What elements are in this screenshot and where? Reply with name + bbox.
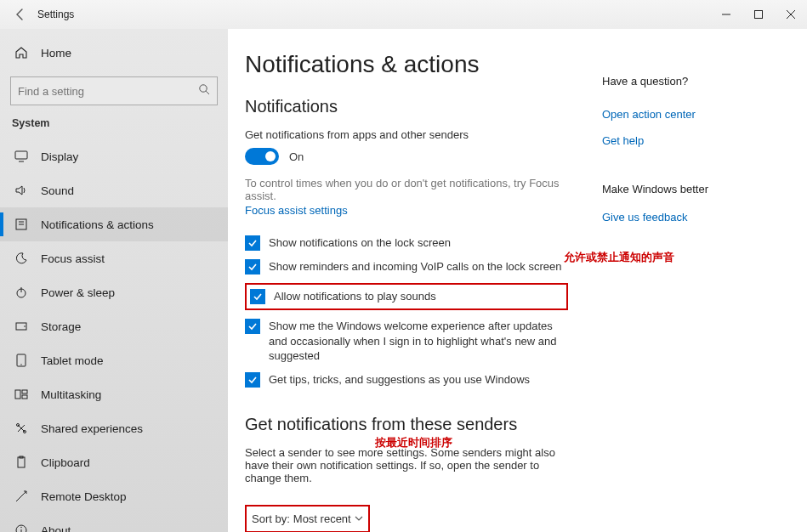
search-icon (198, 83, 210, 99)
sidebar-item-label: Remote Desktop (41, 490, 127, 503)
side-better-heading: Make Windows better (602, 183, 789, 195)
sidebar-item-sound[interactable]: Sound (0, 173, 228, 207)
svg-point-16 (20, 364, 21, 365)
focus-assist-link[interactable]: Focus assist settings (245, 204, 348, 217)
sidebar-item-label: Tablet mode (41, 354, 104, 367)
search-input[interactable] (18, 85, 198, 98)
sidebar-item-label: Display (41, 150, 78, 163)
maximize-icon (754, 10, 763, 19)
checkbox-icon (245, 235, 260, 251)
senders-hint: Select a sender to see more settings. So… (245, 446, 568, 484)
sidebar-item-remote[interactable]: Remote Desktop (0, 479, 228, 513)
sidebar-item-label: Multitasking (41, 388, 101, 401)
back-button[interactable] (9, 3, 32, 26)
home-icon (14, 45, 29, 60)
feedback-link[interactable]: Give us feedback (602, 211, 789, 224)
svg-rect-17 (15, 390, 20, 399)
svg-point-4 (200, 85, 207, 92)
minimize-icon (722, 10, 730, 19)
moon-icon (14, 251, 29, 266)
notifications-icon (14, 217, 29, 232)
sidebar-item-label: Focus assist (41, 252, 105, 265)
maximize-button[interactable] (742, 3, 775, 26)
get-help-link[interactable]: Get help (602, 134, 789, 147)
focus-hint: To control times when you do or don't ge… (245, 177, 568, 202)
close-button[interactable] (775, 3, 807, 26)
sidebar-item-moon[interactable]: Focus assist (0, 241, 228, 275)
window-title: Settings (37, 8, 74, 20)
storage-icon (14, 319, 29, 334)
check-welcome[interactable]: Show me the Windows welcome experience a… (245, 319, 568, 364)
annotation-highlight-sort: Sort by: Most recent (245, 505, 370, 532)
power-icon (14, 285, 29, 300)
sidebar-item-label: Clipboard (41, 456, 90, 469)
display-icon (14, 149, 29, 164)
checkbox-icon (245, 319, 260, 334)
minimize-button[interactable] (710, 3, 742, 26)
sort-value: Most recent (293, 512, 351, 525)
nav-home-label: Home (41, 47, 71, 59)
svg-rect-6 (15, 151, 27, 159)
sidebar-item-shared[interactable]: Shared experiences (0, 411, 228, 445)
check-tips[interactable]: Get tips, tricks, and suggestions as you… (245, 372, 568, 388)
check-voip[interactable]: Show reminders and incoming VoIP calls o… (245, 259, 568, 274)
nav-home[interactable]: Home (0, 36, 228, 70)
svg-line-5 (206, 91, 209, 94)
sidebar-item-label: About (41, 524, 71, 533)
open-action-center-link[interactable]: Open action center (602, 108, 789, 121)
sidebar-item-label: Sound (41, 184, 74, 197)
check-label: Get tips, tricks, and suggestions as you… (269, 372, 530, 388)
clipboard-icon (14, 455, 29, 470)
sidebar-item-clipboard[interactable]: Clipboard (0, 445, 228, 479)
sidebar-item-display[interactable]: Display (0, 139, 228, 173)
annotation-text-sounds: 允许或禁止通知的声音 (564, 250, 674, 265)
sidebar-item-label: Shared experiences (41, 422, 143, 435)
checkbox-icon (250, 289, 265, 304)
toggle-state-label: On (289, 150, 304, 163)
sort-prefix: Sort by: (252, 512, 290, 525)
checkbox-icon (245, 259, 260, 274)
window-titlebar: Settings (0, 0, 807, 29)
settings-sidebar: Home System DisplaySoundNotifications & … (0, 29, 228, 532)
check-label: Show reminders and incoming VoIP calls o… (269, 259, 561, 274)
sidebar-item-label: Power & sleep (41, 286, 115, 299)
checkbox-icon (245, 372, 260, 388)
shared-icon (14, 421, 29, 436)
sidebar-item-power[interactable]: Power & sleep (0, 275, 228, 309)
get-notifications-label: Get notifications from apps and other se… (245, 128, 568, 141)
page-title: Notifications & actions (245, 51, 568, 78)
svg-point-26 (20, 527, 21, 528)
about-icon (14, 523, 29, 532)
svg-rect-19 (22, 395, 27, 399)
notifications-heading: Notifications (245, 97, 568, 116)
search-box[interactable] (10, 76, 218, 105)
sidebar-section-label: System (0, 117, 228, 139)
annotation-highlight-sounds: Allow notifications to play sounds (245, 283, 568, 310)
settings-content: Notifications & actions Notifications Ge… (228, 29, 807, 532)
sidebar-item-notifications[interactable]: Notifications & actions (0, 207, 228, 241)
sidebar-item-multitask[interactable]: Multitasking (0, 377, 228, 411)
svg-rect-18 (22, 390, 27, 393)
sidebar-item-storage[interactable]: Storage (0, 309, 228, 343)
check-label: Show notifications on the lock screen (269, 235, 451, 251)
svg-rect-22 (18, 457, 25, 467)
notifications-toggle[interactable] (245, 148, 279, 165)
check-label: Show me the Windows welcome experience a… (269, 319, 568, 364)
senders-heading: Get notifications from these senders (245, 415, 568, 434)
svg-point-14 (24, 325, 26, 327)
check-play-sounds[interactable]: Allow notifications to play sounds (250, 289, 563, 304)
sidebar-item-tablet[interactable]: Tablet mode (0, 343, 228, 377)
window-controls (710, 3, 807, 26)
sidebar-item-label: Storage (41, 320, 81, 333)
close-icon (787, 10, 795, 19)
multitask-icon (14, 387, 29, 402)
sort-by-dropdown[interactable]: Sort by: Most recent (252, 511, 363, 527)
check-lockscreen[interactable]: Show notifications on the lock screen (245, 235, 568, 251)
check-label: Allow notifications to play sounds (274, 289, 436, 304)
tablet-icon (14, 353, 29, 368)
arrow-left-icon (14, 8, 26, 20)
annotation-text-sort: 按最近时间排序 (375, 435, 452, 450)
svg-rect-1 (755, 11, 763, 19)
side-question-heading: Have a question? (602, 75, 789, 88)
sidebar-item-about[interactable]: About (0, 513, 228, 532)
